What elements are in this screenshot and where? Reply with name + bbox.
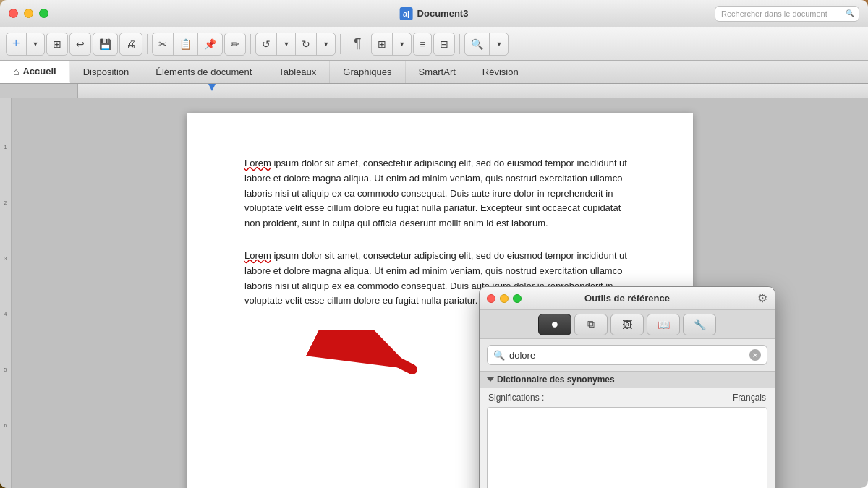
undo-button[interactable]: ↺ (256, 33, 277, 55)
minimize-button[interactable] (24, 9, 33, 18)
save-group[interactable]: 💾 (93, 33, 118, 56)
template-group[interactable]: ⊞ (46, 33, 68, 56)
save-button[interactable]: 💾 (93, 33, 117, 55)
panel-thesaurus-button[interactable]: ⧉ (574, 314, 608, 335)
chevron-down-icon-2: ▼ (283, 40, 289, 48)
view-button[interactable]: ⊞ (372, 33, 393, 55)
format-brush-icon: ✏ (231, 38, 239, 50)
ruler-number-4: 4 (4, 312, 7, 317)
panel-traffic-lights (487, 294, 522, 303)
panel-minimize-button[interactable] (500, 294, 509, 303)
toolbar-separator-2 (250, 34, 251, 54)
redo-dropdown[interactable]: ▼ (317, 33, 335, 55)
ribbon-accueil[interactable]: ⌂ Accueil (0, 61, 70, 83)
document-content-area: 1 2 3 4 5 6 Lorem ipsum dolor sit amet, … (0, 98, 868, 488)
panel-tools-button[interactable]: 🔧 (683, 314, 716, 335)
document-search-bar[interactable]: Rechercher dans le document 🔍 (715, 6, 859, 22)
find-dropdown[interactable]: ▼ (490, 33, 508, 55)
open-button[interactable]: ↩ (70, 33, 90, 55)
panel-book-button[interactable]: 📖 (647, 314, 680, 335)
panel-search-input[interactable] (509, 350, 745, 361)
window-title-area: a| Document3 (400, 7, 469, 20)
horizontal-ruler (0, 84, 868, 98)
view-dropdown[interactable]: ▼ (393, 33, 411, 55)
format-brush-group[interactable]: ✏ (224, 33, 246, 56)
new-button[interactable]: + (7, 33, 27, 55)
open-group[interactable]: ↩ (69, 33, 91, 56)
ruler-left-margin (0, 84, 78, 98)
redo-icon: ↻ (302, 38, 310, 50)
ribbon-tableaux-label: Tableaux (278, 67, 316, 77)
lorem-word-2: Lorem (244, 250, 271, 261)
layout-button[interactable]: ≡ (414, 33, 431, 55)
toolbar-separator (147, 34, 148, 54)
cut-icon: ✂ (158, 38, 167, 50)
ribbon-revision[interactable]: Révision (469, 61, 532, 83)
toolbar-separator-4 (459, 34, 460, 54)
ruler-indent-marker[interactable] (208, 84, 216, 91)
template-icon: ⊞ (53, 38, 61, 50)
traffic-lights (9, 9, 48, 18)
thesaurus-icon: ⧉ (587, 318, 595, 330)
ribbon-elements[interactable]: Éléments de document (142, 61, 265, 83)
sidebar-button[interactable]: ⊟ (434, 33, 454, 55)
chevron-down-icon: ▼ (33, 40, 39, 48)
template-button[interactable]: ⊞ (47, 33, 67, 55)
print-button[interactable]: 🖨 (120, 33, 142, 55)
view-group[interactable]: ⊞ ▼ (371, 33, 412, 56)
find-group[interactable]: 🔍 ▼ (464, 33, 509, 56)
paragraph-1: Lorem ipsum dolor sit amet, consectetur … (244, 156, 635, 231)
synonymes-section-header[interactable]: Dictionnaire des synonymes (480, 372, 775, 388)
panel-main-content: Significations : Français Synonymes : Au… (480, 388, 775, 488)
title-bar: a| Document3 Rechercher dans le document… (0, 0, 868, 27)
redo-button[interactable]: ↻ (296, 33, 317, 55)
ribbon-tableaux[interactable]: Tableaux (265, 61, 330, 83)
meanings-box[interactable] (487, 407, 767, 488)
format-brush-button[interactable]: ✏ (225, 33, 245, 55)
book-icon: 📖 (658, 319, 670, 330)
find-button[interactable]: 🔍 (465, 33, 490, 55)
layout-icon: ≡ (420, 38, 425, 50)
section-header-label: Dictionnaire des synonymes (497, 374, 615, 385)
ruler-scale (78, 84, 868, 98)
panel-search-field-wrapper[interactable]: 🔍 ✕ (487, 345, 767, 365)
ribbon-graphiques-label: Graphiques (343, 67, 391, 77)
new-document-group[interactable]: + ▼ (6, 33, 45, 56)
panel-image-button[interactable]: 🖼 (610, 314, 644, 335)
paste-button[interactable]: 📌 (198, 33, 222, 55)
sidebar-group[interactable]: ⊟ (433, 33, 455, 56)
layout-group[interactable]: ≡ (413, 33, 432, 56)
undo-dropdown[interactable]: ▼ (277, 33, 296, 55)
panel-close-button[interactable] (487, 294, 495, 303)
new-dropdown[interactable]: ▼ (27, 33, 45, 55)
copy-button[interactable]: 📋 (174, 33, 198, 55)
cut-button[interactable]: ✂ (153, 33, 174, 55)
paragraph-marks-button[interactable]: ¶ (345, 32, 370, 56)
ribbon-disposition[interactable]: Disposition (70, 61, 143, 83)
application-window: a| Document3 Rechercher dans le document… (0, 0, 868, 488)
open-icon: ↩ (76, 38, 85, 50)
search-placeholder-text: Rechercher dans le document (721, 9, 827, 18)
cut-copy-paste-group[interactable]: ✂ 📋 📌 (152, 33, 223, 56)
lorem-word-1: Lorem (244, 158, 271, 168)
search-clear-button[interactable]: ✕ (749, 349, 761, 361)
sidebar-icon: ⊟ (440, 38, 448, 50)
copy-icon: 📋 (179, 38, 192, 50)
ruler-number-1: 1 (4, 145, 7, 150)
view-icon: ⊞ (378, 38, 386, 50)
panel-dictionary-button[interactable]: ● (538, 314, 571, 335)
collapse-triangle-icon (487, 377, 494, 382)
ribbon-graphiques[interactable]: Graphiques (330, 61, 405, 83)
panel-settings-icon[interactable]: ⚙ (757, 291, 767, 305)
close-button[interactable] (9, 9, 18, 18)
print-group[interactable]: 🖨 (119, 33, 142, 56)
ribbon-smartart[interactable]: SmartArt (406, 61, 469, 83)
ruler-number-6: 6 (4, 423, 7, 428)
undo-redo-group[interactable]: ↺ ▼ ↻ ▼ (255, 33, 336, 56)
maximize-button[interactable] (39, 9, 48, 18)
panel-search-area: 🔍 ✕ (480, 339, 775, 372)
panel-zoom-button[interactable] (513, 294, 522, 303)
print-icon: 🖨 (126, 38, 136, 50)
image-icon: 🖼 (622, 319, 632, 330)
ribbon-accueil-label: Accueil (22, 66, 56, 77)
